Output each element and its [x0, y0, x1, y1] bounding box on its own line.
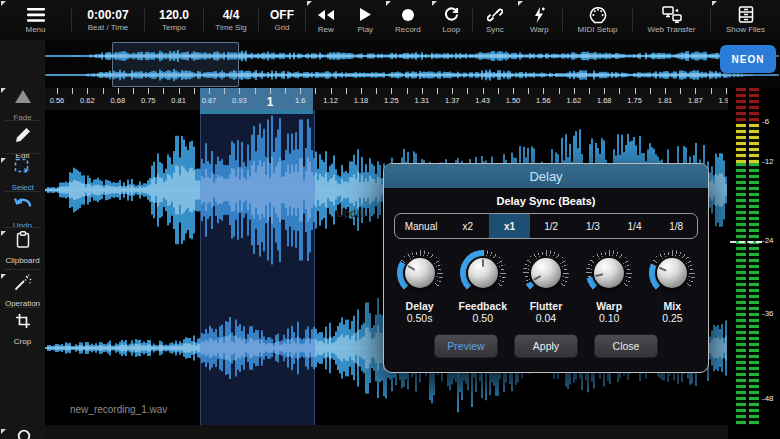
meter-scale-label: -24	[762, 236, 774, 245]
mix-knob[interactable]	[649, 250, 695, 296]
corner-mark	[386, 1, 391, 6]
sidebar-item-select[interactable]: Select	[0, 157, 45, 194]
overview-selection-box[interactable]	[112, 42, 239, 87]
mix-knob-unit: Mix 0.25	[642, 250, 702, 324]
ruler-tick-label: 1.6	[295, 96, 305, 105]
corner-mark	[1, 158, 6, 163]
knob-row: Delay 0.50s Feedback 0.50	[384, 250, 708, 324]
ruler-tick-label: 1.56	[536, 96, 551, 105]
sync-option-1-2[interactable]: 1/2	[530, 214, 572, 238]
files-drawer-icon	[738, 7, 754, 23]
corner-mark	[1, 274, 6, 279]
sync-option-x2[interactable]: x2	[447, 214, 489, 238]
bottom-strip	[45, 425, 780, 439]
midi-setup-button[interactable]: MIDI Setup	[563, 0, 632, 40]
sync-option-1-3[interactable]: 1/3	[572, 214, 614, 238]
sidebar-item-fade[interactable]: Fade	[0, 87, 45, 124]
menu-button[interactable]: Menu	[0, 0, 71, 40]
neon-button[interactable]: NEON	[720, 45, 776, 73]
beat-time-display[interactable]: 0:00:07 Beat / Time	[72, 0, 144, 40]
corner-mark	[1, 88, 6, 93]
magnifier-zoom-icon	[0, 428, 45, 439]
record-icon	[401, 7, 415, 23]
knob-value: 0.50	[473, 312, 493, 324]
ruler-tick-label: 0.62	[80, 96, 95, 105]
record-button[interactable]: Record	[385, 0, 430, 40]
sidebar-item-zoom[interactable]: Zoom	[0, 428, 45, 439]
corner-mark	[432, 1, 437, 6]
sync-option-manual[interactable]: Manual	[395, 214, 447, 238]
grid-value: OFF	[270, 9, 294, 21]
app-window: Menu 0:00:07 Beat / Time 120.0 Tempo 4/4…	[0, 0, 780, 439]
sidebar-item-crop[interactable]: Crop	[0, 311, 45, 348]
flutter-knob[interactable]	[523, 250, 569, 296]
warp-knob[interactable]	[586, 250, 632, 296]
tempo-value: 120.0	[159, 9, 189, 21]
selection-region[interactable]	[200, 110, 315, 425]
pencil-edit-icon	[0, 125, 45, 144]
play-button[interactable]: Play	[346, 0, 386, 40]
knob-label: Mix	[664, 300, 682, 312]
meter-green-zone	[736, 163, 746, 425]
ruler-tick-label: 0.68	[110, 96, 125, 105]
sync-option-1-4[interactable]: 1/4	[614, 214, 656, 238]
meter-yellow-zone	[736, 124, 746, 163]
sidebar-item-clipboard[interactable]: Clipboard	[0, 230, 45, 267]
ruler-tick-label: 0.93	[232, 96, 247, 105]
sidebar-separator	[4, 269, 41, 270]
warp-knob-unit: Warp 0.10	[579, 250, 639, 324]
delay-knob[interactable]	[397, 250, 443, 296]
warp-button[interactable]: Warp	[517, 0, 562, 40]
ruler-tick-label: 1.18	[354, 96, 369, 105]
time-sig-display[interactable]: 4/4 Time Sig	[204, 0, 258, 40]
tool-sidebar: Fade Edit Select Undo	[0, 40, 46, 439]
sidebar-separator	[4, 307, 41, 308]
midi-connector-icon	[589, 7, 607, 23]
grid-label: Grid	[274, 23, 289, 32]
corner-mark	[712, 1, 717, 6]
feedback-knob[interactable]	[460, 250, 506, 296]
faint-background-text: Updat	[336, 207, 365, 219]
meter-peak-indicator	[730, 241, 762, 243]
ruler-beat-marker: 1	[267, 95, 274, 109]
time-sig-label: Time Sig	[215, 23, 246, 32]
corner-mark	[307, 1, 312, 6]
waveform-overview[interactable]: NEON	[45, 40, 780, 88]
sync-button[interactable]: Sync	[473, 0, 517, 40]
show-files-button[interactable]: Show Files	[711, 0, 780, 40]
loop-icon	[444, 7, 459, 23]
grid-toggle[interactable]: OFF Grid	[259, 0, 305, 40]
timeline-ruler[interactable]: 1 0.560.620.680.750.810.870.931.61.121.1…	[45, 88, 728, 111]
beat-time-value: 0:00:07	[87, 9, 128, 21]
time-sig-value: 4/4	[223, 9, 240, 21]
dialog-title-bar: Delay	[384, 164, 708, 188]
delay-dialog: Delay Delay Sync (Beats) Manual x2 x1 1/…	[383, 163, 709, 373]
knob-label: Flutter	[530, 300, 563, 312]
web-transfer-button[interactable]: Web Transfer	[633, 0, 710, 40]
ruler-tick-label: 1.50	[506, 96, 521, 105]
ruler-tick-label: 0.75	[141, 96, 156, 105]
knob-cap	[405, 258, 435, 288]
meter-yellow-zone	[749, 124, 759, 163]
rewind-button[interactable]: Rew	[306, 0, 346, 40]
close-button[interactable]: Close	[594, 334, 658, 358]
meter-red-zone	[749, 88, 759, 124]
ruler-tick-label: 1.75	[627, 96, 642, 105]
ruler-tick-label: 1.25	[384, 96, 399, 105]
delay-knob-unit: Delay 0.50s	[390, 250, 450, 324]
apply-button[interactable]: Apply	[514, 334, 578, 358]
tempo-display[interactable]: 120.0 Tempo	[145, 0, 203, 40]
sidebar-item-operation[interactable]: Operation	[0, 273, 45, 310]
knob-label: Feedback	[459, 300, 507, 312]
sync-option-x1[interactable]: x1	[489, 214, 531, 238]
level-meter-right	[749, 88, 759, 425]
ruler-tick-label: 1.37	[445, 96, 460, 105]
loop-button[interactable]: Loop	[431, 0, 473, 40]
preview-button[interactable]: Preview	[434, 334, 498, 358]
ruler-tick-label: 1.87	[688, 96, 703, 105]
magic-wand-icon	[0, 273, 45, 292]
meter-red-zone	[736, 88, 746, 124]
file-name-label: new_recording_1.wav	[70, 404, 167, 415]
sync-option-1-8[interactable]: 1/8	[655, 214, 697, 238]
dialog-button-row: Preview Apply Close	[384, 334, 708, 358]
